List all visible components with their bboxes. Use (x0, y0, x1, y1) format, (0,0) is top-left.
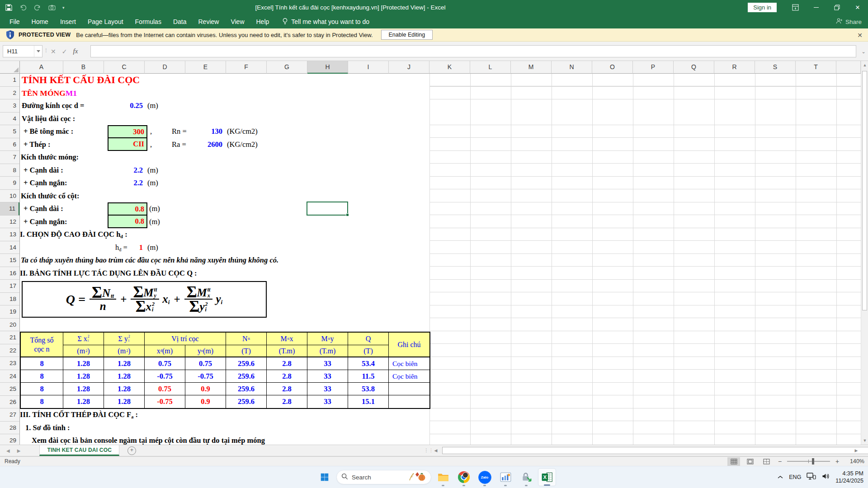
taskbar-app-zalo[interactable]: Zalo (476, 468, 494, 486)
cell-D25[interactable]: 0.75 (145, 383, 185, 395)
scroll-up-icon[interactable]: ▲ (861, 63, 868, 67)
name-box[interactable]: H11 (3, 45, 42, 57)
row-header-22[interactable]: 22 (0, 344, 19, 357)
zoom-level[interactable]: 140% (844, 458, 866, 465)
table-header-r1c9[interactable]: Q (348, 333, 389, 345)
name-box-dropdown-icon[interactable] (34, 46, 42, 57)
camera-icon[interactable] (48, 4, 56, 12)
network-icon[interactable] (807, 473, 816, 482)
row-header-25[interactable]: 25 (0, 383, 19, 396)
selected-cell-H11[interactable] (307, 202, 348, 216)
taskbar-app-explorer[interactable] (434, 468, 452, 486)
page-layout-view-icon[interactable] (744, 457, 756, 466)
cell-I23[interactable]: 53.4 (348, 357, 389, 370)
clock[interactable]: 4:35 PM 11/24/2025 (835, 470, 863, 485)
taskbar-app-photos[interactable] (496, 468, 514, 486)
ribbon-display-options-icon[interactable] (785, 0, 806, 15)
row-header-9[interactable]: 9 (0, 177, 19, 190)
cell-F25[interactable]: 259.6 (226, 383, 267, 395)
zoom-in-icon[interactable]: + (834, 458, 841, 465)
column-header-H[interactable]: H (307, 61, 348, 74)
language-indicator[interactable]: ENG (789, 474, 801, 480)
row-header-6[interactable]: 6 (0, 138, 19, 151)
row-header-13[interactable]: 13 (0, 228, 19, 241)
restore-button[interactable] (826, 0, 847, 15)
input-cell-C6[interactable]: CII (108, 137, 147, 151)
input-cell-C11[interactable]: 0.8 (108, 202, 147, 216)
row-header-5[interactable]: 5 (0, 125, 19, 138)
vertical-scroll-thumb[interactable] (862, 71, 867, 310)
cell-H23[interactable]: 33 (307, 357, 348, 370)
formula-input[interactable] (90, 45, 856, 57)
row-header-28[interactable]: 28 (0, 422, 19, 435)
row-header-3[interactable]: 3 (0, 99, 19, 113)
column-header-I[interactable]: I (348, 61, 389, 74)
cell-J24[interactable]: Cọc biên (389, 370, 429, 383)
formula-bar-grip[interactable]: ⁞ (45, 47, 46, 54)
row-header-19[interactable]: 19 (0, 305, 19, 319)
cell-J26[interactable] (389, 395, 429, 408)
row-header-21[interactable]: 21 (0, 331, 19, 344)
cell-A26[interactable]: 8 (21, 395, 63, 408)
cell-F24[interactable]: 259.6 (226, 370, 267, 383)
ribbon-tab-help[interactable]: Help (250, 15, 275, 28)
column-header-O[interactable]: O (592, 61, 633, 74)
table-header-r2c7[interactable]: (T.m) (267, 345, 307, 357)
cell-E26[interactable]: 0.9 (185, 395, 226, 408)
zoom-slider[interactable] (787, 461, 830, 462)
ribbon-tab-insert[interactable]: Insert (54, 15, 82, 28)
column-header-S[interactable]: S (755, 61, 796, 74)
row-header-12[interactable]: 12 (0, 216, 19, 229)
row-header-11[interactable]: 11 (0, 202, 19, 216)
cell-D26[interactable]: -0.75 (145, 395, 185, 408)
table-header-r2c2[interactable]: (m2) (63, 345, 104, 357)
ribbon-tab-view[interactable]: View (225, 15, 250, 28)
cell-G24[interactable]: 2.8 (267, 370, 307, 383)
cell-F26[interactable]: 259.6 (226, 395, 267, 408)
cell-B26[interactable]: 1.28 (63, 395, 104, 408)
table-header-r2c4[interactable]: xđ(m) (145, 345, 185, 357)
cell-C23[interactable]: 1.28 (104, 357, 145, 370)
taskbar-app-chrome[interactable] (455, 468, 473, 486)
row-header-8[interactable]: 8 (0, 164, 19, 177)
insert-function-icon[interactable]: fx (73, 47, 78, 55)
ribbon-tab-home[interactable]: Home (26, 15, 54, 28)
row-header-15[interactable]: 15 (0, 254, 19, 267)
cell-G25[interactable]: 2.8 (267, 383, 307, 395)
row-header-20[interactable]: 20 (0, 319, 19, 332)
row-header-7[interactable]: 7 (0, 151, 19, 164)
redo-icon[interactable] (33, 4, 42, 12)
table-header-r1c10[interactable]: Ghi chú (389, 333, 429, 357)
table-header-r2c8[interactable]: (T.m) (307, 345, 348, 357)
cancel-icon[interactable]: ✕ (51, 48, 56, 55)
cell-C26[interactable]: 1.28 (104, 395, 145, 408)
ribbon-tab-review[interactable]: Review (193, 15, 225, 28)
ribbon-tab-page-layout[interactable]: Page Layout (82, 15, 129, 28)
column-header-M[interactable]: M (511, 61, 552, 74)
normal-view-icon[interactable] (727, 457, 740, 466)
tab-scroll-right-icon[interactable]: ▶ (17, 448, 21, 453)
column-header-F[interactable]: F (226, 61, 267, 74)
row-header-1[interactable]: 1 (0, 74, 19, 87)
zoom-out-icon[interactable]: − (776, 458, 783, 465)
tray-chevron-icon[interactable] (777, 473, 783, 481)
cell-A25[interactable]: 8 (21, 383, 63, 395)
table-header-r1c1[interactable]: Tổng sốcọc n (21, 333, 63, 357)
row-header-18[interactable]: 18 (0, 293, 19, 306)
cell-H24[interactable]: 33 (307, 370, 348, 383)
row-header-16[interactable]: 16 (0, 267, 19, 280)
table-header-r1c3[interactable]: Σ y2i (104, 333, 145, 345)
cell-I26[interactable]: 15.1 (348, 395, 389, 408)
fill-handle[interactable] (346, 213, 349, 216)
table-header-r2c5[interactable]: yn(m) (185, 345, 226, 357)
row-header-27[interactable]: 27 (0, 408, 19, 422)
column-header-A[interactable]: A (20, 61, 63, 74)
cell-I25[interactable]: 53.8 (348, 383, 389, 395)
cell-A24[interactable]: 8 (21, 370, 63, 383)
column-header-N[interactable]: N (552, 61, 592, 74)
formula-bar-expand-icon[interactable]: ⌄ (860, 48, 867, 55)
column-header-E[interactable]: E (185, 61, 226, 74)
volume-icon[interactable] (821, 473, 830, 482)
column-header-G[interactable]: G (267, 61, 307, 74)
minimize-button[interactable] (806, 0, 826, 15)
